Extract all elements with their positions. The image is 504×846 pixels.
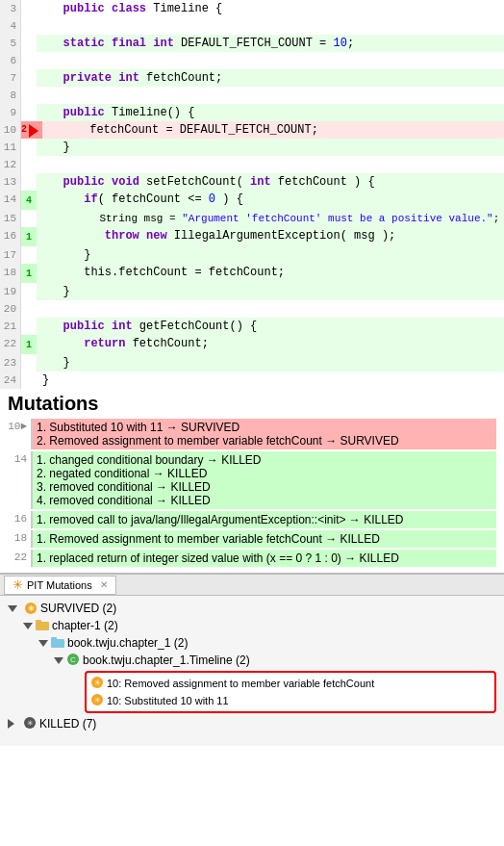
mutation-item: 1. replaced return of integer sized valu…: [37, 551, 492, 565]
line-number: 7: [0, 69, 21, 87]
class-icon: C: [66, 653, 80, 669]
code-content: [37, 52, 504, 69]
mutation-badge-green[interactable]: 1: [21, 335, 37, 354]
mutation-badge: [21, 372, 37, 389]
code-content: }: [37, 246, 504, 264]
mutation-badge: [21, 173, 37, 191]
svg-text:✳: ✳: [27, 719, 34, 728]
mutation-badge: [21, 0, 37, 17]
line-number: 22: [0, 335, 21, 354]
mutation-group-14: 14 1. changed conditional boundary → KIL…: [8, 451, 496, 509]
mutation-badge: [21, 87, 37, 104]
line-number: 13: [0, 173, 21, 191]
line-number: 3: [0, 0, 21, 17]
code-line-11: 11 }: [0, 139, 504, 156]
mutation-badge: [21, 104, 37, 121]
code-content: public int getFetchCount() {: [37, 318, 504, 335]
mutation-badge: [21, 69, 37, 87]
line-number: 16: [0, 227, 21, 246]
killed-row[interactable]: ✳ KILLED (7): [8, 715, 496, 732]
mutation-item: 2. Removed assignment to member variable…: [37, 434, 492, 448]
code-content: throw new IllegalArgumentException( msg …: [37, 227, 504, 246]
mutation-label-1: 10: Removed assignment to member variabl…: [107, 678, 374, 689]
mutation-group-10: 10► 1. Substituted 10 with 11 → SURVIVED…: [8, 419, 496, 449]
code-line-22: 22 1 return fetchCount;: [0, 335, 504, 354]
mutation-item: 1. changed conditional boundary → KILLED: [37, 453, 492, 467]
svg-text:✳: ✳: [94, 696, 101, 705]
book-pkg-label: book.twju.chapter_1 (2): [67, 636, 188, 650]
code-line-8: 8: [0, 87, 504, 104]
code-content: public void setFetchCount( int fetchCoun…: [37, 173, 504, 191]
line-number: 8: [0, 87, 21, 104]
mutation-badge: [21, 35, 37, 52]
expand-icon: [54, 657, 63, 664]
mutation-line-ref: 16: [8, 511, 33, 528]
line-number: 14: [0, 191, 21, 210]
pit-tab-close-icon[interactable]: ✕: [100, 579, 108, 590]
mutation-content-red: 1. Substituted 10 with 11 → SURVIVED 2. …: [33, 419, 496, 449]
chapter-row[interactable]: chapter-1 (2): [8, 617, 496, 634]
code-content: [37, 300, 504, 318]
mutation-content-green: 1. replaced return of integer sized valu…: [33, 550, 496, 567]
bottom-panel: ✳ PIT Mutations ✕ ✳ SURVIVED (2) chapter…: [0, 573, 504, 746]
line-number: 12: [0, 156, 21, 173]
line-number: 21: [0, 318, 21, 335]
svg-rect-3: [36, 620, 41, 624]
code-line-3: 3 public class Timeline {: [0, 0, 504, 17]
code-line-19: 19 }: [0, 283, 504, 300]
code-line-7: 7 private int fetchCount;: [0, 69, 504, 87]
code-content: this.fetchCount = fetchCount;: [37, 264, 504, 283]
pit-mutations-tab[interactable]: ✳ PIT Mutations ✕: [4, 576, 116, 595]
survived-mutations-box: ✳ 10: Removed assignment to member varia…: [85, 671, 496, 713]
mutation-group-22: 22 1. replaced return of integer sized v…: [8, 550, 496, 567]
expand-icon: [38, 640, 48, 647]
code-line-5: 5 static final int DEFAULT_FETCH_COUNT =…: [0, 35, 504, 52]
mutations-title: Mutations: [8, 393, 496, 415]
book-pkg-row[interactable]: book.twju.chapter_1 (2): [8, 634, 496, 652]
code-line-12: 12: [0, 156, 504, 173]
mutation-line-ref: 10►: [8, 419, 33, 449]
svg-rect-5: [51, 637, 57, 641]
mutation-content-green: 1. removed call to java/lang/IllegalArgu…: [33, 511, 496, 528]
mutation-badge: [21, 283, 37, 300]
code-line-13: 13 public void setFetchCount( int fetchC…: [0, 173, 504, 191]
mutation-item: 1. removed call to java/lang/IllegalArgu…: [37, 513, 492, 526]
folder-icon: [36, 619, 49, 633]
code-line-15: 15 String msg = "Argument 'fetchCount' m…: [0, 210, 504, 227]
timeline-class-label: book.twju.chapter_1.Timeline (2): [83, 654, 250, 667]
line-number: 6: [0, 52, 21, 69]
mutation-badge-green[interactable]: 1: [21, 227, 37, 246]
code-content: private int fetchCount;: [37, 69, 504, 87]
mutation-badge: [21, 318, 37, 335]
code-line-16: 16 1 throw new IllegalArgumentException(…: [0, 227, 504, 246]
mutation-icon-1: ✳: [90, 676, 104, 692]
code-content: }: [37, 372, 504, 389]
timeline-class-row[interactable]: C book.twju.chapter_1.Timeline (2): [8, 652, 496, 669]
mutation-line-ref: 22: [8, 550, 33, 567]
code-content: }: [37, 283, 504, 300]
mutation-badge: [21, 300, 37, 318]
line-number: 15: [0, 210, 21, 227]
mutation-row-2[interactable]: ✳ 10: Substituted 10 with 11: [90, 692, 491, 709]
survived-label: SURVIVED (2): [40, 602, 116, 615]
killed-label: KILLED (7): [39, 717, 96, 731]
mutation-badge-green[interactable]: 1: [21, 264, 37, 283]
code-line-9: 9 public Timeline() {: [0, 104, 504, 121]
code-line-6: 6: [0, 52, 504, 69]
code-line-18: 18 1 this.fetchCount = fetchCount;: [0, 264, 504, 283]
chapter-label: chapter-1 (2): [52, 619, 118, 632]
svg-text:✳: ✳: [28, 604, 35, 613]
mutation-item: 3. removed conditional → KILLED: [37, 480, 492, 494]
mutation-badge-red[interactable]: 2: [21, 121, 42, 139]
code-line-10: 10 2 fetchCount = DEFAULT_FETCH_COUNT;: [0, 121, 504, 139]
code-line-17: 17 }: [0, 246, 504, 264]
pit-tab-label: PIT Mutations: [27, 579, 92, 591]
survived-row[interactable]: ✳ SURVIVED (2): [8, 600, 496, 617]
mutation-line-ref: 14: [8, 451, 33, 509]
mutation-badge-green[interactable]: 4: [21, 191, 37, 210]
mutation-badge: [21, 246, 37, 264]
code-content: String msg = "Argument 'fetchCount' must…: [37, 210, 504, 227]
tree-area: ✳ SURVIVED (2) chapter-1 (2) book.twju.c…: [0, 596, 504, 736]
mutation-row-1[interactable]: ✳ 10: Removed assignment to member varia…: [90, 675, 491, 692]
mutation-badge: [21, 156, 37, 173]
